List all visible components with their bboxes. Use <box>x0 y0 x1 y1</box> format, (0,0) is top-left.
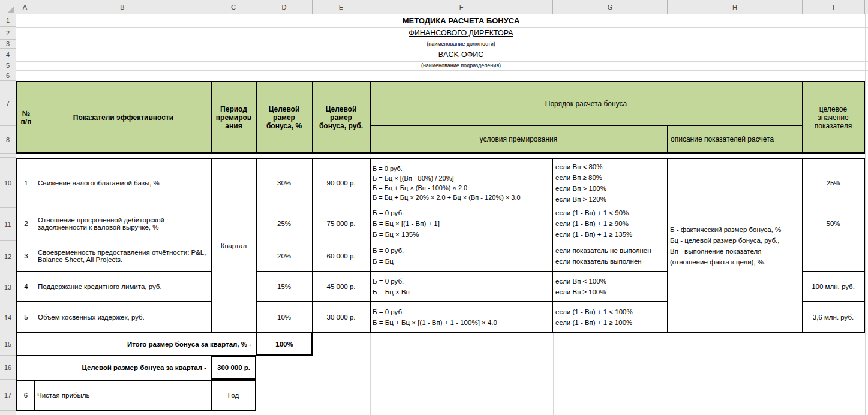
cell-num[interactable]: 3 <box>17 240 35 271</box>
cell-conditions[interactable]: если Вп < 100% если Вп ≥ 100% <box>553 272 667 301</box>
row-header-16[interactable]: 16 <box>0 356 16 380</box>
cell-target[interactable] <box>803 240 864 271</box>
total-rub-value[interactable]: 300 000 р. <box>211 356 256 380</box>
cell-target[interactable]: 50% <box>803 208 864 240</box>
row-header-17[interactable]: 17 <box>0 380 16 411</box>
cell-rub[interactable]: 60 000 р. <box>313 240 370 271</box>
table-body: 1 Снижение налогооблагаемой базы, % 30% … <box>16 158 865 333</box>
row-header-12[interactable]: 12 <box>0 241 16 272</box>
total-pct-value[interactable]: 100% <box>256 332 313 356</box>
gridline <box>16 70 868 71</box>
header-description[interactable]: описание показателей расчета <box>668 126 802 152</box>
row-header-13[interactable]: 13 <box>0 272 16 302</box>
col-header-a[interactable]: A <box>16 0 34 14</box>
col-header-h[interactable]: H <box>668 0 803 14</box>
col-header-i[interactable]: I <box>803 0 865 14</box>
row-header-7[interactable]: 7 <box>0 81 16 126</box>
header-num[interactable]: № п/п <box>17 82 35 152</box>
header-target-value[interactable]: целевое значение показателя <box>803 82 864 152</box>
cell-rub[interactable]: 30 000 р. <box>313 302 370 332</box>
gridline <box>16 61 868 62</box>
row-header-3[interactable]: 3 <box>0 40 16 49</box>
cell-indicator[interactable]: Чистая прибыль <box>35 381 211 410</box>
header-target-pct[interactable]: Целевой рамер бонуса, % <box>256 82 312 152</box>
row-header-6[interactable]: 6 <box>0 70 16 81</box>
cell-num[interactable]: 1 <box>17 159 35 207</box>
cell-rub[interactable]: 45 000 р. <box>313 272 370 301</box>
gridline <box>256 411 868 411</box>
gridline <box>16 27 868 28</box>
row-header-2[interactable]: 2 <box>0 27 16 40</box>
col-header-f[interactable]: F <box>370 0 553 14</box>
position-caption[interactable]: (наименование должности) <box>54 41 868 47</box>
row-header-4[interactable]: 4 <box>0 49 16 61</box>
cell-conditions[interactable]: если (1 - Вп) + 1 < 90% если (1 - Вп) + … <box>553 208 667 240</box>
gridline <box>865 14 866 415</box>
cell-period[interactable]: Год <box>212 381 255 410</box>
header-indicators[interactable]: Показатели эффективности <box>35 82 211 152</box>
cell-formulas[interactable]: Б = 0 руб. Б = Бц × Вп <box>370 272 552 301</box>
cell-rub[interactable]: 90 000 р. <box>313 159 370 207</box>
col-header-e[interactable]: E <box>313 0 370 14</box>
col-header-g[interactable]: G <box>553 0 668 14</box>
total-pct-label[interactable]: Итого размер бонуса за квартал, % - <box>16 333 256 356</box>
cell-num[interactable]: 4 <box>17 272 35 301</box>
header-target-rub[interactable]: Целевой рамер бонуса, руб. <box>313 82 370 152</box>
cell-conditions[interactable]: если (1 - Вп) + 1 < 100% если (1 - Вп) +… <box>553 302 667 332</box>
cell-conditions[interactable]: если показатель не выполнен если показат… <box>553 240 667 271</box>
cell-target[interactable]: 100 млн. руб. <box>803 272 864 301</box>
cell-formulas[interactable]: Б = 0 руб. Б = Бц × [(Вп - 80%) / 20%] Б… <box>370 159 552 207</box>
spreadsheet: A B C D E F G H I 1 2 3 4 5 6 7 8 10 11 … <box>0 0 868 415</box>
cell-indicator[interactable]: Объём косвенных издержек, руб. <box>35 302 211 332</box>
cell-rub[interactable]: 75 000 р. <box>313 208 370 240</box>
department-caption[interactable]: (наименование подразделения) <box>54 62 868 68</box>
cell-formulas[interactable]: Б = 0 руб. Б = Бц × [(1 - Вп) + 1] Б = Б… <box>370 208 552 240</box>
select-all-corner[interactable] <box>0 0 16 14</box>
cell-indicator[interactable]: Отношение просроченной дебиторской задол… <box>35 208 211 240</box>
row-header-15[interactable]: 15 <box>0 333 16 356</box>
header-bonus-order[interactable]: Порядок расчета бонуса <box>370 82 802 125</box>
row-header-11[interactable]: 11 <box>0 208 16 241</box>
annual-row: 6 Чистая прибыль Год <box>16 380 256 411</box>
cell-description-merged[interactable]: Б - фактический размер бонуса, % Бц - це… <box>668 159 802 332</box>
gridline <box>370 333 371 415</box>
row-header-8[interactable]: 8 <box>0 126 16 154</box>
header-conditions[interactable]: условия премирования <box>370 126 667 152</box>
cell-pct[interactable]: 10% <box>256 302 312 332</box>
cell-conditions[interactable]: если Вп < 80% если Вп ≥ 80% если Вп > 10… <box>553 159 667 207</box>
row-header-1[interactable]: 1 <box>0 14 16 27</box>
cell-num[interactable]: 2 <box>17 208 35 240</box>
col-header-b[interactable]: B <box>34 0 211 14</box>
border-line <box>802 81 803 154</box>
cell-pct[interactable]: 20% <box>256 240 312 271</box>
position-title[interactable]: ФИНАНСОВОГО ДИРЕКТОРА <box>54 29 868 37</box>
cell-num[interactable]: 6 <box>17 381 34 410</box>
cell-indicator[interactable]: Своевременность предоставления отчётност… <box>35 240 211 271</box>
cell-indicator[interactable]: Снижение налогооблагаемой базы, % <box>35 159 211 207</box>
cell-num[interactable]: 5 <box>17 302 35 332</box>
cell-formulas[interactable]: Б = 0 руб. Б = Бц <box>370 240 552 271</box>
border-line <box>370 81 371 154</box>
cell-pct[interactable]: 30% <box>256 159 312 207</box>
cell-target[interactable]: 25% <box>803 159 864 207</box>
cell-period-merged[interactable]: Квартал <box>212 159 256 332</box>
col-header-d[interactable]: D <box>256 0 313 14</box>
cell-indicator[interactable]: Поддержание кредитного лимита, руб. <box>35 272 211 301</box>
cell-formulas[interactable]: Б = 0 руб. Б = Бц + Бц × [(1 - Вп) + 1 -… <box>370 302 552 332</box>
table-header: № п/п Показатели эффективности Период пр… <box>16 81 865 154</box>
doc-title[interactable]: МЕТОДИКА РАСЧЕТА БОНУСА <box>54 16 868 25</box>
row-header-9[interactable] <box>0 154 16 158</box>
cell-target[interactable]: 3,6 млн. руб. <box>803 302 864 332</box>
department-title[interactable]: BACK-ОФИС <box>54 50 868 59</box>
cell-pct[interactable]: 15% <box>256 272 312 301</box>
header-period[interactable]: Период премирования <box>212 82 256 152</box>
row-header-14[interactable]: 14 <box>0 302 16 333</box>
row-header-5[interactable]: 5 <box>0 61 16 70</box>
cell-pct[interactable]: 25% <box>256 208 312 240</box>
gridline <box>803 333 803 415</box>
row-header-10[interactable]: 10 <box>0 158 16 208</box>
border-line <box>370 158 371 333</box>
row-header-strip: 1 2 3 4 5 6 7 8 10 11 12 13 14 15 16 17 <box>0 14 16 415</box>
col-header-c[interactable]: C <box>211 0 256 14</box>
total-rub-label[interactable]: Целевой размер бонуса за квартал - <box>16 356 211 380</box>
